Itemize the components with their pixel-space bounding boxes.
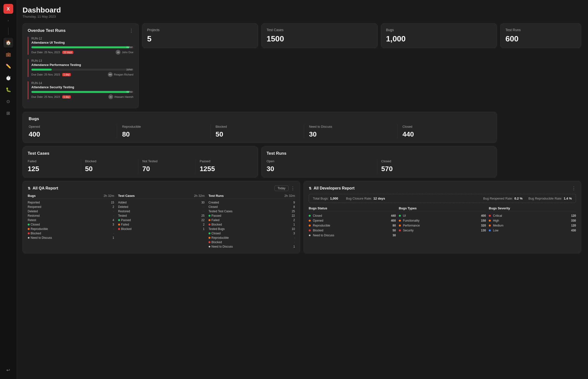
qa-today-button[interactable]: Today bbox=[274, 186, 289, 191]
qa-report-grid: Bugs 2h 32m Reported15 Reopened2 Deleted… bbox=[28, 194, 295, 249]
bs-blocked-dot bbox=[309, 229, 311, 231]
dot-green-icon bbox=[28, 223, 30, 225]
qa-tr-row-bugs-blocked: Blocked- bbox=[209, 240, 295, 244]
run12-assignee-name: John Doe bbox=[122, 51, 133, 54]
sidebar-item-target[interactable]: ⊙ bbox=[3, 96, 13, 106]
qa-more-btn[interactable]: ⋮ bbox=[291, 186, 295, 191]
tc-blocked-label: Blocked bbox=[85, 159, 134, 163]
dot-orange-icon4 bbox=[209, 237, 211, 239]
sidebar-item-timer[interactable]: ⏱️ bbox=[3, 73, 13, 83]
bugs-severity-col: Bugs Severity Critical 120 High 330 Medi… bbox=[489, 206, 576, 238]
qa-tc-row-restored: Restored- bbox=[118, 209, 205, 214]
qa-bugs-row-deleted: Deleted- bbox=[28, 209, 114, 214]
sidebar-item-projects[interactable]: 💼 bbox=[3, 49, 13, 59]
dot-orange-icon bbox=[28, 228, 30, 230]
bugs-ntd-value: 30 bbox=[309, 130, 392, 138]
dot-red-icon2 bbox=[118, 228, 120, 230]
bugs-detail-card: Bugs Opened 400 Reproducible 80 Blocked … bbox=[23, 112, 497, 143]
bs-repro-dot bbox=[309, 224, 311, 226]
bt-row-performance: Performance 320 bbox=[399, 223, 486, 228]
bsev-low-dot bbox=[489, 229, 491, 231]
bugs-label: Bugs bbox=[386, 28, 492, 32]
dot-orange-icon2 bbox=[118, 223, 120, 225]
content-area: Projects 5 Test Cases 1500 Bugs 1,000 Te… bbox=[23, 23, 581, 375]
bsev-medium-dot bbox=[489, 224, 491, 226]
bugs-ntd-stat: Need to Discuss 30 bbox=[304, 125, 397, 138]
bugs-section-title: Bugs bbox=[29, 116, 491, 121]
run14-overdue-badge: 1 day bbox=[62, 95, 71, 98]
qa-bugs-row-closed: Closed3 bbox=[28, 222, 114, 227]
bugs-stats-row: Opened 400 Reproducible 80 Blocked 50 Ne… bbox=[29, 125, 491, 138]
run14-assignee: IH Ihtasam Haresh bbox=[108, 95, 134, 99]
bs-row-reproducible: Reproducible 80 bbox=[309, 223, 396, 228]
bugs-closed-label: Closed bbox=[403, 125, 486, 128]
bugs-closed-value: 440 bbox=[403, 130, 486, 138]
bs-ntd-dot bbox=[309, 234, 311, 236]
main-content: Dashboard Thursday, 11 May 2023 Projects… bbox=[17, 0, 588, 379]
bugs-status-col: Bugs Status Closed 440 Opened 400 Reprod… bbox=[309, 206, 396, 238]
run12-avatar: JD bbox=[116, 50, 121, 55]
dot-red-icon4 bbox=[209, 241, 211, 243]
dev-bugs-tables: Bugs Status Closed 440 Opened 400 Reprod… bbox=[309, 206, 576, 238]
bugs-types-header: Bugs Types bbox=[399, 206, 486, 211]
bugs-types-col: Bugs Types UI 400 Functionality 150 Perf… bbox=[399, 206, 486, 238]
sidebar-collapse-btn[interactable]: › bbox=[5, 18, 11, 24]
dev-more-btn[interactable]: ⋮ bbox=[572, 186, 576, 191]
bugs-opened-label: Opened bbox=[29, 125, 112, 128]
page-date: Thursday, 11 May 2023 bbox=[23, 15, 581, 18]
overdue-card-title: Overdue Test Runs bbox=[28, 28, 66, 33]
overdue-item-run12[interactable]: RUN-12 Attendance UI Testing 48/50 Due D… bbox=[28, 37, 134, 55]
projects-label: Projects bbox=[147, 28, 253, 32]
qa-tc-row-passed: Passed22 bbox=[118, 218, 205, 222]
overdue-item-run13[interactable]: RUN-13 Attendance Performance Testing 10… bbox=[28, 59, 134, 77]
sidebar-item-bugs[interactable]: 🐛 bbox=[3, 85, 13, 95]
qa-testruns-column: Test Runs 2h 32m Created9 Closed8 Tested… bbox=[209, 194, 295, 249]
sidebar-logo[interactable]: X bbox=[3, 4, 13, 14]
bugs-ntd-label: Need to Discuss bbox=[309, 125, 392, 128]
bugs-stat-card[interactable]: Bugs 1,000 bbox=[381, 23, 497, 48]
test-runs-detail-card: Test Runs Open 30 Closed 570 bbox=[261, 146, 497, 177]
run13-progress-fill bbox=[31, 69, 52, 71]
run12-due-date: Due Date: 25 Nov, 2023 12 days bbox=[31, 51, 73, 54]
sidebar-item-logout[interactable]: ↩ bbox=[3, 365, 13, 375]
sidebar-item-home[interactable]: 🏠 bbox=[3, 38, 13, 47]
tc-passed-value: 1255 bbox=[200, 165, 249, 173]
header: Dashboard Thursday, 11 May 2023 bbox=[23, 6, 581, 18]
dot-green-icon3 bbox=[209, 215, 211, 217]
qa-tr-row-failed: Failed2 bbox=[209, 218, 295, 222]
projects-stat-card[interactable]: Projects 5 bbox=[142, 23, 258, 48]
tc-nottested-label: Not Tested bbox=[142, 159, 192, 163]
run14-avatar: IH bbox=[108, 95, 113, 99]
bugs-severity-header: Bugs Severity bbox=[489, 206, 576, 211]
dot-green-icon2 bbox=[118, 219, 120, 221]
bugs-opened-value: 400 bbox=[29, 130, 112, 138]
dev-report-card: ⇅ All Developers Report ⋮ Total Bugs: 1,… bbox=[303, 181, 581, 253]
projects-value: 5 bbox=[147, 34, 253, 43]
bsev-high-dot bbox=[489, 220, 491, 221]
overdue-item-run14[interactable]: RUN-14 Attendance Security Testing 48/50… bbox=[28, 81, 134, 99]
run14-assignee-name: Ihtasam Haresh bbox=[114, 95, 134, 98]
dev-repro-rate-key: Bug Reproducible Rate: bbox=[528, 197, 562, 200]
qa-tc-col-header: Test Cases bbox=[118, 194, 135, 198]
bsev-row-critical: Critical 120 bbox=[489, 213, 576, 218]
bt-sec-dot bbox=[399, 229, 401, 231]
qa-report-chevron-icon: ⇅ bbox=[28, 186, 31, 190]
test-runs-stat-card[interactable]: Test Runs 600 bbox=[500, 23, 581, 48]
overdue-more-btn[interactable]: ⋮ bbox=[129, 28, 134, 33]
dot-red-icon3 bbox=[209, 223, 211, 225]
qa-tc-row-deleted: Deleted- bbox=[118, 205, 205, 209]
qa-tc-row-added: Added30 bbox=[118, 200, 205, 205]
sidebar-item-edit[interactable]: ✏️ bbox=[3, 61, 13, 71]
tr-closed-stat: Closed 570 bbox=[377, 159, 492, 173]
test-cases-stat-card[interactable]: Test Cases 1500 bbox=[261, 23, 377, 48]
qa-bugs-row-reopened: Reopened2 bbox=[28, 205, 114, 209]
dot-white-icon2 bbox=[209, 246, 211, 248]
sidebar-item-grid[interactable]: ⊞ bbox=[3, 108, 13, 118]
bs-row-opened: Opened 400 bbox=[309, 218, 396, 223]
bs-opened-dot bbox=[309, 220, 311, 221]
run12-overdue-badge: 12 days bbox=[62, 51, 73, 54]
tc-failed-label: Failed bbox=[28, 159, 77, 163]
tr-open-label: Open bbox=[267, 159, 373, 163]
tr-open-stat: Open 30 bbox=[267, 159, 377, 173]
bs-row-blocked: Blocked 50 bbox=[309, 228, 396, 233]
